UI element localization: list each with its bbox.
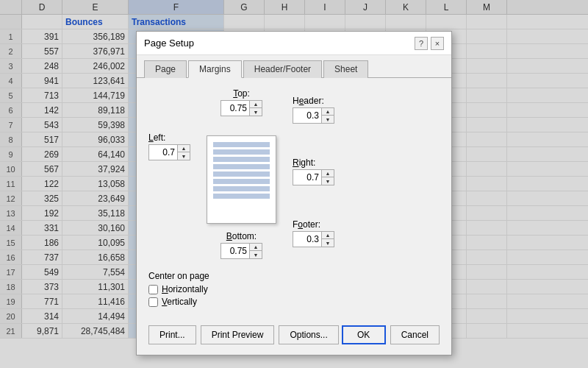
footer-margin-field: Footer: ▲ ▼ <box>293 219 334 247</box>
dialog-titlebar: Page Setup ? × <box>137 32 451 55</box>
dialog-title: Page Setup <box>144 38 194 49</box>
header-label: Header: <box>293 96 324 106</box>
left-spinner-buttons: ▲ ▼ <box>177 145 190 160</box>
footer-spinner-buttons: ▲ ▼ <box>321 232 334 247</box>
dialog-footer: Print... Print Preview Options... OK Can… <box>137 319 451 355</box>
header-spin-down[interactable]: ▼ <box>322 116 334 123</box>
top-spin-up[interactable]: ▲ <box>250 101 262 108</box>
tab-page[interactable]: Page <box>144 60 187 78</box>
margins-layout: Left: ▲ ▼ Top: <box>148 88 440 263</box>
right-label: Right: <box>293 158 315 168</box>
options-button[interactable]: Options... <box>279 325 338 344</box>
bottom-spin-up[interactable]: ▲ <box>250 244 262 251</box>
right-margin-col: Header: ▲ ▼ Right: ▲ <box>293 88 334 252</box>
help-button[interactable]: ? <box>415 37 428 50</box>
left-margin-field: Left: ▲ ▼ <box>148 132 190 160</box>
tab-sheet[interactable]: Sheet <box>323 60 368 78</box>
header-spinner: ▲ ▼ <box>293 107 334 124</box>
print-button[interactable]: Print... <box>148 325 196 344</box>
vertically-row: Vertically <box>148 297 440 307</box>
bottom-input[interactable] <box>221 244 249 258</box>
footer-input[interactable] <box>293 232 321 247</box>
top-input[interactable] <box>221 101 249 116</box>
right-spin-down[interactable]: ▼ <box>322 177 334 185</box>
header-spin-up[interactable]: ▲ <box>322 108 334 116</box>
bottom-spinner-buttons: ▲ ▼ <box>249 244 262 258</box>
page-preview <box>207 135 276 224</box>
titlebar-buttons: ? × <box>415 37 444 50</box>
header-spinner-buttons: ▲ ▼ <box>321 108 334 123</box>
left-input[interactable] <box>149 145 177 160</box>
ok-button[interactable]: OK <box>342 325 386 344</box>
right-margin-field: Right: ▲ ▼ <box>293 158 334 185</box>
bottom-spin-down[interactable]: ▼ <box>250 251 262 258</box>
left-margin-col: Left: ▲ ▼ <box>148 88 190 165</box>
top-margin-field: Top: ▲ ▼ <box>220 88 262 116</box>
footer-spin-up[interactable]: ▲ <box>322 232 334 239</box>
left-spinner: ▲ ▼ <box>148 144 190 160</box>
right-spin-up[interactable]: ▲ <box>322 170 334 177</box>
footer-right-buttons: OK Cancel <box>342 325 440 344</box>
left-label: Left: <box>148 132 165 143</box>
header-margin-field: Header: ▲ ▼ <box>293 96 334 124</box>
close-button[interactable]: × <box>431 37 444 50</box>
top-spinner-buttons: ▲ ▼ <box>249 101 262 116</box>
footer-left-buttons: Print... Print Preview Options... <box>148 325 339 344</box>
center-title: Center on page <box>148 271 440 281</box>
horizontally-row: Horizontally <box>148 284 440 294</box>
dialog-body: Left: ▲ ▼ Top: <box>137 78 451 319</box>
cancel-button[interactable]: Cancel <box>390 325 440 344</box>
footer-label: Footer: <box>293 219 320 230</box>
horizontally-checkbox[interactable] <box>148 285 158 294</box>
page-setup-dialog: Page Setup ? × Page Margins Header/Foote… <box>136 31 452 355</box>
header-input[interactable] <box>293 108 321 123</box>
top-spin-down[interactable]: ▼ <box>250 108 262 116</box>
bottom-spinner: ▲ ▼ <box>220 243 262 259</box>
horizontally-label: Horizontally <box>162 284 208 294</box>
footer-spin-down[interactable]: ▼ <box>322 239 334 247</box>
top-spinner: ▲ ▼ <box>220 100 262 116</box>
center-section: Center on page Horizontally Vertically <box>148 271 440 307</box>
bottom-margin-field: Bottom: ▲ ▼ <box>220 231 262 259</box>
vertically-label: Vertically <box>162 297 197 307</box>
print-preview-button[interactable]: Print Preview <box>201 325 275 344</box>
right-input[interactable] <box>293 170 321 185</box>
right-spinner-buttons: ▲ ▼ <box>321 170 334 185</box>
right-spinner: ▲ ▼ <box>293 169 334 185</box>
footer-spinner: ▲ ▼ <box>293 231 334 247</box>
left-spin-up[interactable]: ▲ <box>178 145 190 152</box>
left-spin-down[interactable]: ▼ <box>178 152 190 160</box>
vertically-checkbox[interactable] <box>148 297 158 307</box>
tab-header-footer[interactable]: Header/Footer <box>243 60 322 78</box>
top-label: Top: <box>233 88 250 99</box>
bottom-label: Bottom: <box>226 231 257 241</box>
tab-margins[interactable]: Margins <box>188 60 242 78</box>
margins-center: Top: ▲ ▼ <box>199 88 284 263</box>
dialog-tabs: Page Margins Header/Footer Sheet <box>137 55 451 78</box>
preview-lines <box>213 142 270 217</box>
